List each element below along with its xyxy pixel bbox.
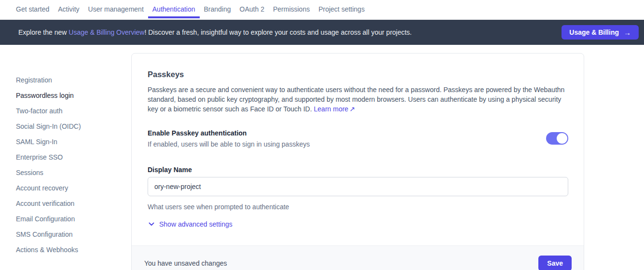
- learn-more-link[interactable]: Learn more↗: [314, 105, 355, 113]
- usage-billing-button[interactable]: Usage & Billing →: [562, 25, 639, 40]
- chevron-down-icon: [149, 222, 154, 226]
- sidebar-item-actions-webhooks[interactable]: Actions & Webhooks: [16, 242, 131, 257]
- sidebar-item-enterprise-sso[interactable]: Enterprise SSO: [16, 149, 131, 165]
- passkeys-description-text: Passkeys are a secure and convenient way…: [148, 86, 564, 113]
- display-name-field: Display Name What users see when prompte…: [148, 166, 568, 211]
- tab-user-management[interactable]: User management: [84, 0, 148, 18]
- tab-get-started[interactable]: Get started: [12, 0, 54, 18]
- enable-passkey-help: If enabled, users will be able to sign i…: [148, 141, 310, 148]
- tab-permissions[interactable]: Permissions: [269, 0, 314, 18]
- external-link-arrow-icon: ↗: [349, 105, 355, 113]
- enable-passkey-toggle[interactable]: [546, 132, 568, 145]
- banner-message: Explore the new Usage & Billing Overview…: [18, 28, 412, 36]
- page-title: Passkeys: [148, 70, 568, 79]
- display-name-help: What users see when prompted to authenti…: [148, 203, 568, 211]
- usage-billing-button-label: Usage & Billing: [569, 28, 619, 36]
- sidebar-item-account-recovery[interactable]: Account recovery: [16, 180, 131, 196]
- sidebar-item-saml-sign-in[interactable]: SAML Sign-In: [16, 134, 131, 149]
- unsaved-changes-text: You have unsaved changes: [144, 259, 227, 267]
- learn-more-label: Learn more: [314, 105, 349, 113]
- sidebar-item-sessions[interactable]: Sessions: [16, 165, 131, 180]
- banner-text-prefix: Explore the new: [18, 28, 69, 36]
- sidebar-item-two-factor-auth[interactable]: Two-factor auth: [16, 103, 131, 119]
- top-navigation: Get started Activity User management Aut…: [0, 0, 644, 18]
- display-name-label: Display Name: [148, 166, 568, 174]
- enable-passkey-label: Enable Passkey authentication: [148, 129, 310, 137]
- tab-activity[interactable]: Activity: [54, 0, 83, 18]
- sidebar-item-passwordless-login[interactable]: Passwordless login: [16, 88, 131, 103]
- sidebar-item-account-verification[interactable]: Account verification: [16, 196, 131, 211]
- tab-authentication[interactable]: Authentication: [148, 0, 200, 18]
- settings-sidebar: Registration Passwordless login Two-fact…: [0, 45, 131, 257]
- sidebar-item-social-sign-in-oidc[interactable]: Social Sign-In (OIDC): [16, 119, 131, 134]
- sidebar-item-sms-configuration[interactable]: SMS Configuration: [16, 227, 131, 242]
- sidebar-item-email-configuration[interactable]: Email Configuration: [16, 211, 131, 227]
- unsaved-changes-bar: You have unsaved changes Save: [132, 245, 584, 270]
- sidebar-item-registration[interactable]: Registration: [16, 72, 131, 88]
- arrow-right-icon: →: [624, 28, 631, 37]
- banner-text-suffix: ! Discover a fresh, insightful way to ex…: [144, 28, 411, 36]
- passkeys-description: Passkeys are a secure and convenient way…: [148, 85, 568, 114]
- tab-branding[interactable]: Branding: [200, 0, 235, 18]
- show-advanced-settings-label: Show advanced settings: [159, 220, 233, 228]
- toggle-knob: [557, 133, 567, 144]
- show-advanced-settings-button[interactable]: Show advanced settings: [148, 220, 233, 228]
- usage-billing-overview-link[interactable]: Usage & Billing Overview: [69, 28, 144, 36]
- display-name-input[interactable]: [148, 177, 568, 196]
- enable-passkey-row: Enable Passkey authentication If enabled…: [148, 129, 568, 148]
- tab-project-settings[interactable]: Project settings: [314, 0, 369, 18]
- tab-oauth2[interactable]: OAuth 2: [235, 0, 269, 18]
- passkeys-settings-card: Passkeys Passkeys are a secure and conve…: [131, 53, 584, 270]
- save-button[interactable]: Save: [538, 256, 572, 270]
- usage-billing-banner: Explore the new Usage & Billing Overview…: [0, 20, 644, 45]
